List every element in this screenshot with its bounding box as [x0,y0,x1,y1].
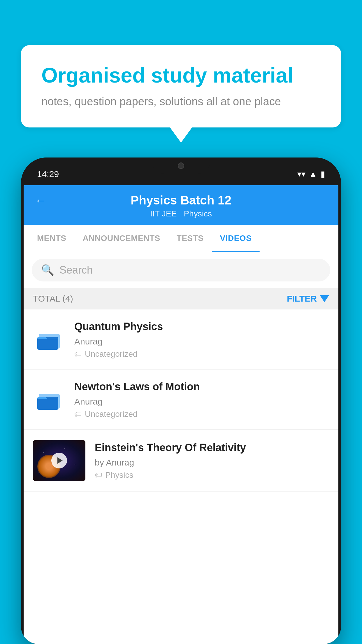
video-author: Anurag [74,397,329,407]
phone-frame: 14:29 ▾▾ ▲ ▮ ← Physics Batch 12 IIT JEE … [21,158,341,644]
speech-bubble: Organised study material notes, question… [21,45,341,127]
video-info: Newton's Laws of Motion Anurag 🏷 Uncateg… [74,380,329,419]
speech-bubble-container: Organised study material notes, question… [21,45,341,127]
search-icon: 🔍 [41,264,54,276]
tag-icon: 🏷 [95,470,102,480]
video-tag: 🏷 Uncategorized [74,410,329,419]
video-author: by Anurag [95,458,329,468]
status-icons: ▾▾ ▲ ▮ [297,169,325,179]
folder-icon [33,323,65,355]
wifi-icon: ▾▾ [297,169,305,179]
bubble-subtitle: notes, question papers, solutions all at… [41,94,321,109]
filter-bar: TOTAL (4) FILTER [24,288,338,309]
tab-ments[interactable]: MENTS [29,225,75,252]
video-info: Quantum Physics Anurag 🏷 Uncategorized [74,320,329,359]
total-count: TOTAL (4) [33,294,73,304]
back-button[interactable]: ← [35,194,46,207]
tag-icon: 🏷 [74,349,82,358]
folder-icon [33,383,65,415]
video-title: Einstein's Theory Of Relativity [95,441,329,455]
search-bar[interactable]: 🔍 Search [32,259,330,281]
search-placeholder: Search [59,264,93,276]
list-item[interactable]: Newton's Laws of Motion Anurag 🏷 Uncateg… [24,370,338,430]
header-subtitle: IIT JEE Physics [150,209,212,218]
filter-label: FILTER [287,294,317,304]
notch [152,158,210,174]
battery-icon: ▮ [321,169,325,179]
tab-tests[interactable]: TESTS [168,225,212,252]
list-item[interactable]: Quantum Physics Anurag 🏷 Uncategorized [24,309,338,370]
tab-announcements[interactable]: ANNOUNCEMENTS [75,225,168,252]
tab-videos[interactable]: VIDEOS [212,225,260,252]
app-screen: ← Physics Batch 12 IIT JEE Physics MENTS… [24,185,338,644]
status-bar: 14:29 ▾▾ ▲ ▮ [21,158,341,185]
filter-button[interactable]: FILTER [287,294,329,304]
bubble-title: Organised study material [41,63,321,88]
tag-label: Uncategorized [85,349,138,359]
video-info: Einstein's Theory Of Relativity by Anura… [95,441,329,480]
subtitle-iit: IIT JEE [150,209,177,218]
folder-svg [36,388,62,411]
subtitle-physics: Physics [184,209,212,218]
tab-bar: MENTS ANNOUNCEMENTS TESTS VIDEOS [24,225,338,252]
folder-svg [36,328,62,351]
header-title: Physics Batch 12 [131,193,231,207]
play-button[interactable] [51,453,67,468]
tag-icon: 🏷 [74,410,82,419]
filter-icon [320,295,329,302]
app-header: ← Physics Batch 12 IIT JEE Physics [24,185,338,225]
video-title: Quantum Physics [74,320,329,334]
video-author: Anurag [74,337,329,346]
play-icon [57,457,63,464]
camera-dot [178,162,184,169]
search-container: 🔍 Search [24,252,338,288]
list-item[interactable]: Einstein's Theory Of Relativity by Anura… [24,430,338,492]
video-thumbnail [33,440,85,481]
video-title: Newton's Laws of Motion [74,380,329,394]
tag-label: Uncategorized [85,410,138,419]
status-time: 14:29 [37,169,59,179]
video-list: Quantum Physics Anurag 🏷 Uncategorized [24,309,338,492]
tag-label: Physics [105,470,133,480]
signal-icon: ▲ [309,169,317,179]
video-tag: 🏷 Uncategorized [74,349,329,359]
video-tag: 🏷 Physics [95,470,329,480]
